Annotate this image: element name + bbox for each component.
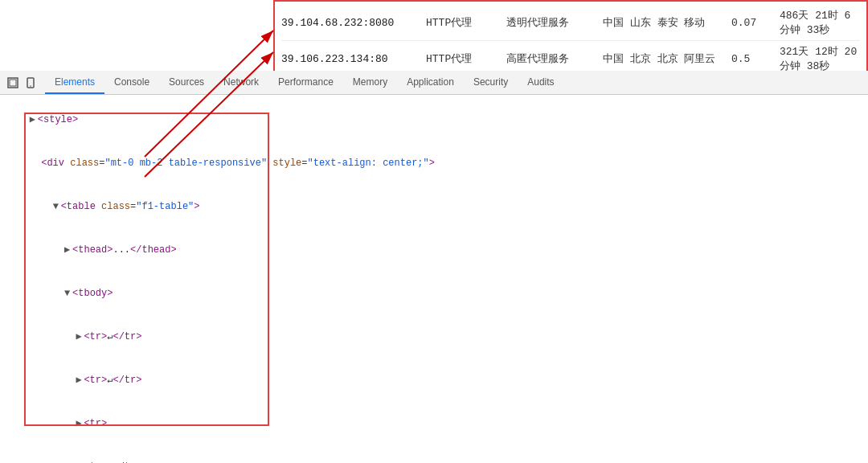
code-line: ▶<tr>↵</tr> [6, 315, 862, 359]
ip-cell: 39.106.223.134:80 [281, 53, 426, 65]
code-line: ▼<tbody> [6, 272, 862, 315]
code-line: ▶<tr> [6, 402, 862, 445]
svg-point-3 [30, 85, 31, 87]
table-row: 39.104.68.232:8080 HTTP代理 透明代理服务 中国 山东 泰… [281, 5, 860, 41]
mobile-icon[interactable] [24, 76, 37, 89]
tab-application[interactable]: Application [397, 71, 464, 94]
service-cell: 透明代理服务 [506, 15, 603, 30]
cursor-icon[interactable] [6, 76, 19, 89]
time-cell: 486天 21时 6分钟 33秒 [780, 8, 860, 37]
type-cell: HTTP代理 [426, 51, 506, 66]
code-panel: ▶<style> <div class="mt-0 mb-2 table-res… [0, 95, 868, 463]
time-cell: 321天 12时 20分钟 38秒 [780, 44, 860, 73]
code-line: ▶<tr>↵</tr> [6, 445, 862, 463]
code-line: ▶<tr>↵</tr> [6, 359, 862, 402]
code-line: ▶<thead>...</thead> [6, 228, 862, 272]
devtools-toolbar: Elements Console Sources Network Perform… [0, 71, 868, 95]
tab-elements[interactable]: Elements [45, 71, 104, 94]
tab-memory[interactable]: Memory [343, 71, 397, 94]
location-cell: 中国 北京 北京 阿里云 [603, 51, 731, 66]
code-line: ▶<style> [6, 98, 862, 141]
tab-performance[interactable]: Performance [268, 71, 343, 94]
speed-cell: 0.5 [731, 53, 780, 65]
top-data-table: 39.104.68.232:8080 HTTP代理 透明代理服务 中国 山东 泰… [273, 0, 868, 81]
code-line: ▼<table class="f1-table"> [6, 185, 862, 228]
devtools-tabs: Elements Console Sources Network Perform… [45, 71, 564, 94]
type-cell: HTTP代理 [426, 15, 506, 30]
tab-console[interactable]: Console [104, 71, 159, 94]
toolbar-icons [6, 76, 37, 89]
tab-security[interactable]: Security [464, 71, 518, 94]
location-cell: 中国 山东 泰安 移动 [603, 15, 731, 30]
service-cell: 高匿代理服务 [506, 51, 603, 66]
ip-cell: 39.104.68.232:8080 [281, 17, 426, 29]
speed-cell: 0.07 [731, 17, 780, 29]
tab-sources[interactable]: Sources [159, 71, 214, 94]
tab-network[interactable]: Network [214, 71, 268, 94]
tab-audits[interactable]: Audits [518, 71, 563, 94]
svg-rect-1 [10, 80, 16, 86]
code-line: <div class="mt-0 mb-2 table-responsive" … [6, 141, 862, 185]
